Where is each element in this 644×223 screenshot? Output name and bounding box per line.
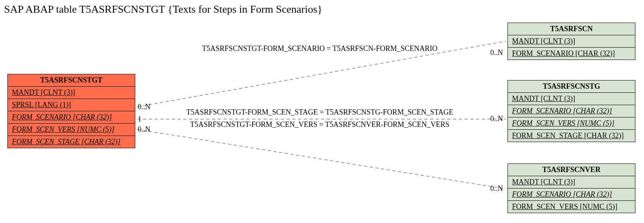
field-form-scen-stage: FORM_SCEN_STAGE [CHAR (32)] [8, 136, 135, 148]
join-label-3: T5ASRFSCNSTGT-FORM_SCEN_VERS = T5ASRFSCN… [162, 120, 478, 129]
field-sprsl: SPRSL [LANG (1)] [8, 99, 135, 111]
entity-t5asrfscnstg: T5ASRFSCNSTG MANDT [CLNT (3)] FORM_SCENA… [507, 80, 635, 142]
cardinality-rel-3: 0..N [490, 184, 503, 193]
entity-header: T5ASRFSCNVER [508, 164, 635, 176]
entity-header: T5ASRFSCNSTGT [8, 74, 135, 87]
field-form-scenario: FORM_SCENARIO [CHAR (32)] [508, 48, 635, 60]
entity-t5asrfscn: T5ASRFSCN MANDT [CLNT (3)] FORM_SCENARIO… [507, 23, 635, 60]
field-form-scen-vers: FORM_SCEN_VERS [NUMC (5)] [508, 201, 635, 213]
entity-header: T5ASRFSCN [508, 23, 635, 35]
entity-header: T5ASRFSCNSTG [508, 80, 635, 93]
cardinality-main-mid: 1 [138, 115, 141, 124]
field-mandt: MANDT [CLNT (3)] [8, 87, 135, 99]
field-form-scen-stage: FORM_SCEN_STAGE [CHAR (32)] [508, 130, 635, 142]
cardinality-main-top: 0..N [138, 103, 150, 111]
join-label-2: T5ASRFSCNSTGT-FORM_SCEN_STAGE = T5ASRFSC… [162, 108, 478, 117]
cardinality-rel-1: 0..N [490, 48, 503, 57]
field-form-scenario: FORM_SCENARIO [CHAR (32)] [508, 105, 635, 117]
join-label-1: T5ASRFSCNSTGT-FORM_SCENARIO = T5ASRFSCN-… [180, 44, 459, 53]
cardinality-rel-2: 0..N [490, 115, 503, 123]
entity-t5asrfscnstgt: T5ASRFSCNSTGT MANDT [CLNT (3)] SPRSL [LA… [7, 74, 135, 148]
field-mandt: MANDT [CLNT (3)] [508, 93, 635, 105]
field-form-scen-vers: FORM_SCEN_VERS [NUMC (5)] [508, 117, 635, 130]
cardinality-main-bot: 0..N [138, 125, 150, 134]
page-title: SAP ABAP table T5ASRFSCNSTGT {Texts for … [4, 3, 322, 16]
field-mandt: MANDT [CLNT (3)] [508, 176, 635, 189]
field-form-scenario: FORM_SCENARIO [CHAR (32)] [508, 189, 635, 201]
er-diagram: SAP ABAP table T5ASRFSCNSTGT {Texts for … [0, 0, 644, 223]
field-mandt: MANDT [CLNT (3)] [508, 35, 635, 48]
field-form-scenario: FORM_SCENARIO [CHAR (32)] [8, 111, 135, 124]
entity-t5asrfscnver: T5ASRFSCNVER MANDT [CLNT (3)] FORM_SCENA… [507, 163, 635, 213]
field-form-scen-vers: FORM_SCEN_VERS [NUMC (5)] [8, 124, 135, 136]
svg-line-2 [137, 129, 506, 189]
